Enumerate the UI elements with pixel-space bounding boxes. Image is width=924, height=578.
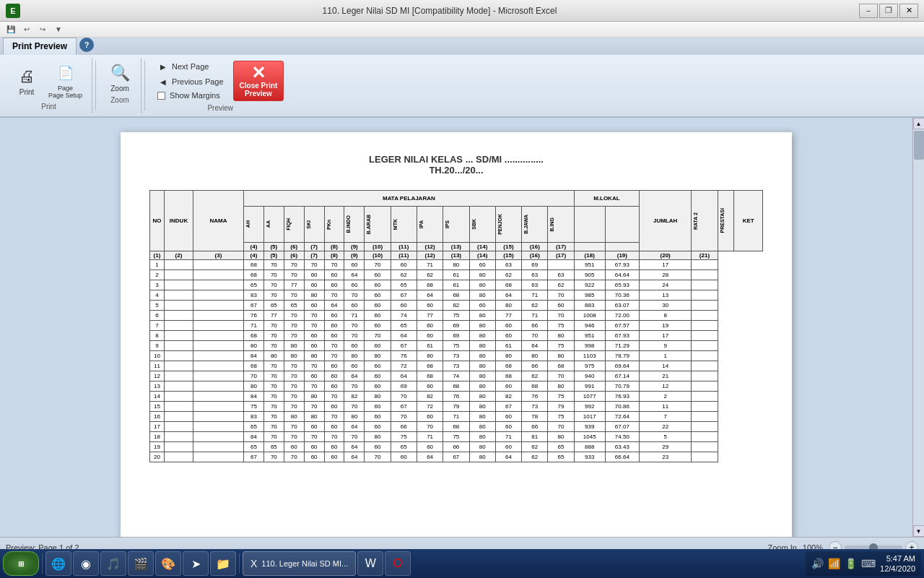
cell-val-0: 65 xyxy=(244,280,264,290)
cell-induk xyxy=(165,311,193,321)
cell-val-14: 985 xyxy=(574,290,605,301)
scroll-down-btn[interactable]: ▼ xyxy=(913,525,925,537)
tray-volume-icon[interactable]: 🔊 xyxy=(811,558,824,569)
cell-val-5: 80 xyxy=(344,351,365,361)
show-margins-button[interactable]: Show Margins xyxy=(154,90,227,101)
redo-btn[interactable]: ↪ xyxy=(36,23,49,36)
cell-val-5: 64 xyxy=(344,422,365,432)
start-button[interactable]: ⊞ xyxy=(3,551,39,576)
cell-nama xyxy=(193,361,244,371)
cell-val-9: 82 xyxy=(443,301,469,311)
cell-val-10: 80 xyxy=(469,412,495,422)
cell-val-11: 60 xyxy=(495,412,521,422)
table-row: 9807080607060606761758061647599871.299 xyxy=(150,341,763,351)
zoom-buttons: 🔍 Zoom xyxy=(105,59,135,95)
idx-2: (2) xyxy=(165,251,193,260)
page-setup-button[interactable]: 📄 Page Page Setup xyxy=(45,59,86,101)
save-quick-btn[interactable]: 💾 xyxy=(4,23,17,36)
taskbar-music-btn[interactable]: 🎵 xyxy=(100,551,126,576)
cell-val-9: 75 xyxy=(443,341,469,351)
sh-barab: B.ARAB xyxy=(365,207,391,243)
cell-val-9: 69 xyxy=(443,331,469,341)
cell-val-3: 60 xyxy=(304,270,324,280)
cell-val-4: 60 xyxy=(324,402,344,412)
cell-val-1: 70 xyxy=(263,290,284,301)
print-button[interactable]: 🖨 Print xyxy=(12,63,42,98)
cell-val-15: 72.64 xyxy=(605,412,639,422)
tray-keyboard-icon[interactable]: ⌨ xyxy=(861,558,876,569)
taskbar-word-btn[interactable]: W xyxy=(357,551,383,576)
cell-val-4: 60 xyxy=(324,311,344,321)
tray-network-icon[interactable]: 📶 xyxy=(828,558,840,569)
cell-val-7: 66 xyxy=(391,422,417,432)
tray-battery-icon[interactable]: 🔋 xyxy=(845,558,857,569)
cell-induk xyxy=(165,422,193,432)
cell-val-11: 82 xyxy=(495,392,521,402)
cell-val-6: 70 xyxy=(365,331,391,341)
minimize-button[interactable]: − xyxy=(859,4,878,18)
cell-val-8: 71 xyxy=(417,432,443,442)
rata2-text: RATA 2 xyxy=(693,212,698,230)
cell-val-6: 60 xyxy=(365,321,391,331)
cell-val-2: 65 xyxy=(284,301,304,311)
cell-val-10: 80 xyxy=(469,392,495,402)
scroll-up-btn[interactable]: ▲ xyxy=(913,118,925,129)
scroll-thumb[interactable] xyxy=(914,131,924,160)
close-button[interactable]: ✕ xyxy=(899,4,918,18)
cell-val-4: 70 xyxy=(324,290,344,301)
cell-induk xyxy=(165,361,193,371)
cell-val-12: 62 xyxy=(522,371,548,381)
taskbar-paint-btn[interactable]: 🎨 xyxy=(155,551,181,576)
cell-val-0: 83 xyxy=(244,412,264,422)
nh-12: (15) xyxy=(495,243,521,251)
cell-val-14: 905 xyxy=(574,270,605,280)
taskbar-opera-btn[interactable]: O xyxy=(385,551,411,576)
cell-val-10: 80 xyxy=(469,331,495,341)
undo-btn[interactable]: ↩ xyxy=(20,23,33,36)
col-jumlah: JUMLAH xyxy=(639,191,691,251)
sh-bindo: B.INDO xyxy=(344,207,365,243)
nh-16 xyxy=(605,243,639,251)
idx-21: (21) xyxy=(692,251,718,260)
cell-nama xyxy=(193,341,244,351)
show-margins-checkbox[interactable] xyxy=(157,92,165,100)
customize-btn[interactable]: ▼ xyxy=(52,23,65,36)
cell-val-5: 60 xyxy=(344,301,365,311)
zoom-button[interactable]: 🔍 Zoom xyxy=(105,59,135,95)
excel-window-btn[interactable]: X 110. Leger Nilai SD MI... xyxy=(243,551,356,576)
ribbon-tabs: Print Preview ? xyxy=(0,38,924,55)
nav-buttons: ▶ Next Page ◀ Previous Page Show Margins xyxy=(154,59,227,101)
cell-val-9: 68 xyxy=(443,290,469,301)
taskbar-video-btn[interactable]: 🎬 xyxy=(128,551,154,576)
help-icon[interactable]: ? xyxy=(79,38,94,52)
cell-val-9: 75 xyxy=(443,432,469,442)
cell-val-14: 922 xyxy=(574,280,605,290)
tab-print-preview[interactable]: Print Preview xyxy=(3,38,77,55)
cell-val-14: 933 xyxy=(574,452,605,462)
cell-induk xyxy=(165,351,193,361)
cell-val-17 xyxy=(692,381,718,392)
cell-val-8: 60 xyxy=(417,412,443,422)
system-clock[interactable]: 5:47 AM 12/4/2020 xyxy=(880,553,915,574)
taskbar-arrow-btn[interactable]: ➤ xyxy=(183,551,209,576)
cell-val-2: 70 xyxy=(284,452,304,462)
restore-button[interactable]: ❐ xyxy=(879,4,898,18)
prev-page-button[interactable]: ◀ Previous Page xyxy=(154,74,227,89)
cell-val-4: 60 xyxy=(324,361,344,371)
cell-val-5: 64 xyxy=(344,442,365,452)
next-page-button[interactable]: ▶ Next Page xyxy=(154,59,227,74)
cell-val-13: 75 xyxy=(548,321,574,331)
page-sheet: LEGER NILAI KELAS ... SD/MI ............… xyxy=(121,132,792,537)
taskbar-folder-btn[interactable]: 📁 xyxy=(210,551,236,576)
cell-val-4: 60 xyxy=(324,452,344,462)
close-print-preview-button[interactable]: ✕ Close Print Preview xyxy=(233,61,284,101)
taskbar-ie-btn[interactable]: 🌐 xyxy=(45,551,71,576)
col-mata-pelajaran: MATA PELAJARAN xyxy=(244,191,575,207)
table-body: 16870707070607060718060636995167.9317268… xyxy=(150,260,763,462)
vertical-scrollbar[interactable]: ▲ ▼ xyxy=(912,118,924,537)
cell-val-0: 80 xyxy=(244,381,264,392)
cell-val-3: 70 xyxy=(304,432,324,442)
cell-val-14: 940 xyxy=(574,371,605,381)
main-area: LEGER NILAI KELAS ... SD/MI ............… xyxy=(0,118,924,537)
taskbar-chrome-btn[interactable]: ◉ xyxy=(73,551,99,576)
